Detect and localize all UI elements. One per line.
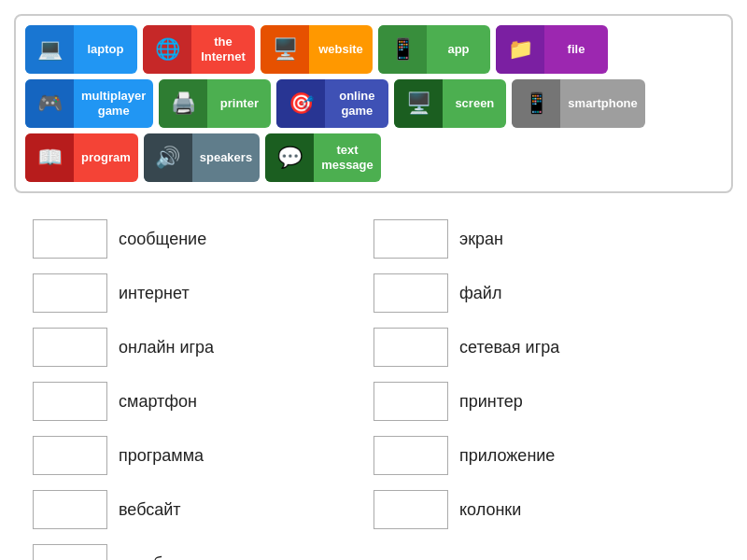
card-website[interactable]: 🖥️website [261,25,373,74]
website-label: website [309,42,373,57]
match-left-label-1: интернет [119,284,190,303]
match-left-row-0: сообщение [33,212,374,266]
match-right-label-3: принтер [459,392,523,412]
match-left-box-5[interactable] [33,490,107,529]
printer-icon: 🖨️ [159,79,207,128]
textmsg-label: text message [314,143,381,172]
smartphone-label: smartphone [560,96,644,111]
match-right-label-5: колонки [459,500,521,520]
match-left-box-4[interactable] [33,436,107,475]
card-file[interactable]: 📁file [496,25,608,74]
match-right-row-0: экран [374,212,714,266]
match-left-row-5: вебсайт [33,483,374,537]
match-right-row-1: файл [374,266,714,320]
match-left-label-4: программа [119,446,204,466]
card-speakers[interactable]: 🔊speakers [144,133,260,182]
card-laptop[interactable]: 💻laptop [25,25,137,74]
textmsg-icon: 💬 [265,133,314,182]
match-right-label-4: приложение [459,446,555,466]
app-icon: 📱 [378,25,427,74]
speakers-icon: 🔊 [144,133,192,182]
match-left-box-1[interactable] [33,273,107,313]
multiplayer-label: multiplayer game [74,89,153,118]
match-right-row-2: сетевая игра [374,320,714,374]
card-smartphone[interactable]: 📱smartphone [512,79,644,128]
match-right-box-3[interactable] [374,382,448,421]
match-right-label-2: сетевая игра [459,338,559,357]
program-icon: 📖 [25,133,74,182]
match-left-label-2: онлайн игра [119,338,214,357]
match-right-label-1: файл [459,284,501,303]
match-right-box-1[interactable] [374,273,448,313]
card-printer[interactable]: 🖨️printer [159,79,271,128]
match-left-label-5: вебсайт [119,500,181,520]
laptop-icon: 💻 [25,25,74,74]
screen-icon: 🖥️ [394,79,443,128]
internet-label: the Internet [191,35,255,63]
matching-area: сообщениеэкранинтернетфайлонлайн играсет… [14,212,733,560]
internet-icon: 🌐 [143,25,191,74]
cards-container: 💻laptop🌐the Internet🖥️website📱app📁file🎮m… [14,14,733,193]
match-right-box-5[interactable] [374,490,448,529]
card-multiplayer[interactable]: 🎮multiplayer game [25,79,153,128]
laptop-label: laptop [74,42,137,57]
match-left-box-3[interactable] [33,382,107,421]
online-icon: 🎯 [276,79,325,128]
program-label: program [74,150,138,165]
match-left-row-3: смартфон [33,374,374,428]
match-right-box-4[interactable] [374,436,448,475]
match-left-label-0: сообщение [119,230,206,249]
file-label: file [544,42,608,57]
match-left-row-4: программа [33,428,374,483]
match-left-label-6: ноутбук [119,554,178,561]
match-right-row-3: принтер [374,374,714,428]
website-icon: 🖥️ [261,25,309,74]
match-right-row-5: колонки [374,483,714,537]
card-program[interactable]: 📖program [25,133,138,182]
match-right-row-6 [374,537,714,560]
printer-label: printer [207,96,271,111]
smartphone-icon: 📱 [512,79,560,128]
speakers-label: speakers [192,150,260,165]
match-right-row-4: приложение [374,428,714,483]
match-left-row-1: интернет [33,266,374,320]
match-left-row-6: ноутбук [33,537,374,560]
screen-label: screen [443,96,506,111]
card-online[interactable]: 🎯online game [276,79,388,128]
online-label: online game [325,89,388,118]
match-left-label-3: смартфон [119,392,197,412]
card-app[interactable]: 📱app [378,25,490,74]
multiplayer-icon: 🎮 [25,79,74,128]
app-label: app [427,42,490,57]
file-icon: 📁 [496,25,544,74]
match-right-label-0: экран [459,230,503,249]
card-internet[interactable]: 🌐the Internet [143,25,255,74]
match-left-row-2: онлайн игра [33,320,374,374]
match-right-box-0[interactable] [374,219,448,259]
card-textmsg[interactable]: 💬text message [265,133,381,182]
match-left-box-6[interactable] [33,544,107,560]
match-left-box-2[interactable] [33,328,107,367]
card-screen[interactable]: 🖥️screen [394,79,506,128]
match-right-box-2[interactable] [374,328,448,367]
match-left-box-0[interactable] [33,219,107,259]
